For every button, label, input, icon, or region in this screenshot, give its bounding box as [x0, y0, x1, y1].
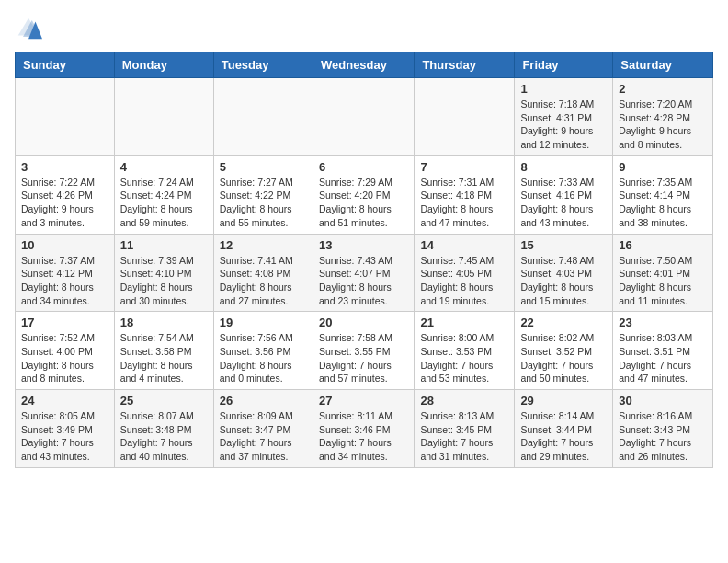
day-number: 23 — [619, 316, 707, 329]
calendar-cell: 10Sunrise: 7:37 AMSunset: 4:12 PMDayligh… — [16, 234, 115, 312]
day-info: Sunrise: 7:43 AMSunset: 4:07 PMDaylight:… — [319, 254, 408, 308]
calendar-cell: 2Sunrise: 7:20 AMSunset: 4:28 PMDaylight… — [613, 78, 713, 156]
calendar-cell: 5Sunrise: 7:27 AMSunset: 4:22 PMDaylight… — [213, 155, 313, 234]
day-number: 30 — [619, 394, 707, 408]
day-info: Sunrise: 7:18 AMSunset: 4:31 PMDaylight:… — [520, 98, 607, 152]
day-number: 28 — [420, 394, 508, 408]
calendar-week-row: 3Sunrise: 7:22 AMSunset: 4:26 PMDaylight… — [16, 155, 713, 234]
calendar-cell: 7Sunrise: 7:31 AMSunset: 4:18 PMDaylight… — [415, 155, 515, 234]
day-info: Sunrise: 7:58 AMSunset: 3:55 PMDaylight:… — [319, 331, 408, 385]
day-info: Sunrise: 8:14 AMSunset: 3:44 PMDaylight:… — [520, 409, 607, 464]
calendar-cell — [213, 78, 313, 156]
calendar-header-tuesday: Tuesday — [213, 52, 313, 78]
day-number: 24 — [21, 394, 108, 408]
calendar-cell: 14Sunrise: 7:45 AMSunset: 4:05 PMDayligh… — [415, 234, 515, 312]
day-info: Sunrise: 7:31 AMSunset: 4:18 PMDaylight:… — [420, 176, 508, 230]
day-info: Sunrise: 7:39 AMSunset: 4:10 PMDaylight:… — [120, 254, 208, 308]
logo-icon — [15, 15, 42, 42]
day-number: 8 — [520, 160, 607, 174]
calendar-cell: 16Sunrise: 7:50 AMSunset: 4:01 PMDayligh… — [613, 234, 713, 312]
day-info: Sunrise: 8:05 AMSunset: 3:49 PMDaylight:… — [21, 409, 108, 464]
day-number: 25 — [120, 394, 208, 408]
calendar-cell — [313, 78, 414, 156]
day-info: Sunrise: 7:50 AMSunset: 4:01 PMDaylight:… — [619, 254, 707, 308]
day-number: 7 — [420, 160, 508, 174]
calendar-week-row: 10Sunrise: 7:37 AMSunset: 4:12 PMDayligh… — [16, 234, 713, 312]
calendar-cell: 30Sunrise: 8:16 AMSunset: 3:43 PMDayligh… — [613, 390, 713, 468]
day-info: Sunrise: 8:03 AMSunset: 3:51 PMDaylight:… — [619, 331, 707, 385]
day-info: Sunrise: 7:54 AMSunset: 3:58 PMDaylight:… — [120, 331, 208, 385]
calendar-cell: 26Sunrise: 8:09 AMSunset: 3:47 PMDayligh… — [213, 390, 313, 468]
day-info: Sunrise: 8:00 AMSunset: 3:53 PMDaylight:… — [420, 331, 508, 385]
day-number: 12 — [220, 238, 307, 252]
calendar-cell: 4Sunrise: 7:24 AMSunset: 4:24 PMDaylight… — [114, 155, 213, 234]
day-number: 22 — [520, 316, 607, 329]
calendar-cell: 15Sunrise: 7:48 AMSunset: 4:03 PMDayligh… — [515, 234, 613, 312]
day-number: 2 — [619, 82, 707, 96]
day-number: 11 — [120, 238, 208, 252]
calendar-cell: 28Sunrise: 8:13 AMSunset: 3:45 PMDayligh… — [415, 390, 515, 468]
day-number: 16 — [619, 238, 707, 252]
calendar-cell: 13Sunrise: 7:43 AMSunset: 4:07 PMDayligh… — [313, 234, 414, 312]
day-info: Sunrise: 8:07 AMSunset: 3:48 PMDaylight:… — [120, 409, 208, 464]
day-number: 13 — [319, 238, 408, 252]
day-number: 14 — [420, 238, 508, 252]
calendar-header-monday: Monday — [114, 52, 213, 78]
day-number: 5 — [220, 160, 307, 174]
day-info: Sunrise: 7:27 AMSunset: 4:22 PMDaylight:… — [220, 176, 307, 230]
calendar-cell: 17Sunrise: 7:52 AMSunset: 4:00 PMDayligh… — [16, 312, 115, 390]
calendar-cell: 3Sunrise: 7:22 AMSunset: 4:26 PMDaylight… — [16, 155, 115, 234]
calendar-week-row: 17Sunrise: 7:52 AMSunset: 4:00 PMDayligh… — [16, 312, 713, 390]
day-number: 1 — [520, 82, 607, 96]
day-info: Sunrise: 7:52 AMSunset: 4:00 PMDaylight:… — [21, 331, 108, 385]
calendar-header-row: SundayMondayTuesdayWednesdayThursdayFrid… — [16, 52, 713, 78]
page-header — [15, 15, 713, 42]
calendar-cell — [415, 78, 515, 156]
calendar-cell: 8Sunrise: 7:33 AMSunset: 4:16 PMDaylight… — [515, 155, 613, 234]
day-info: Sunrise: 8:16 AMSunset: 3:43 PMDaylight:… — [619, 409, 707, 464]
logo — [15, 15, 46, 42]
day-info: Sunrise: 7:56 AMSunset: 3:56 PMDaylight:… — [220, 331, 307, 385]
day-number: 3 — [21, 160, 108, 174]
calendar-cell: 20Sunrise: 7:58 AMSunset: 3:55 PMDayligh… — [313, 312, 414, 390]
day-info: Sunrise: 7:29 AMSunset: 4:20 PMDaylight:… — [319, 176, 408, 230]
day-number: 26 — [220, 394, 307, 408]
calendar-cell: 24Sunrise: 8:05 AMSunset: 3:49 PMDayligh… — [16, 390, 115, 468]
day-info: Sunrise: 7:33 AMSunset: 4:16 PMDaylight:… — [520, 176, 607, 230]
day-info: Sunrise: 7:37 AMSunset: 4:12 PMDaylight:… — [21, 254, 108, 308]
calendar-cell: 23Sunrise: 8:03 AMSunset: 3:51 PMDayligh… — [613, 312, 713, 390]
day-number: 18 — [120, 316, 208, 329]
calendar-cell: 27Sunrise: 8:11 AMSunset: 3:46 PMDayligh… — [313, 390, 414, 468]
day-info: Sunrise: 7:41 AMSunset: 4:08 PMDaylight:… — [220, 254, 307, 308]
calendar-header-thursday: Thursday — [415, 52, 515, 78]
day-info: Sunrise: 8:02 AMSunset: 3:52 PMDaylight:… — [520, 331, 607, 385]
calendar-cell: 29Sunrise: 8:14 AMSunset: 3:44 PMDayligh… — [515, 390, 613, 468]
calendar-header-sunday: Sunday — [16, 52, 115, 78]
day-number: 21 — [420, 316, 508, 329]
day-info: Sunrise: 8:09 AMSunset: 3:47 PMDaylight:… — [220, 409, 307, 464]
calendar-header-friday: Friday — [515, 52, 613, 78]
day-info: Sunrise: 7:20 AMSunset: 4:28 PMDaylight:… — [619, 98, 707, 152]
day-info: Sunrise: 7:35 AMSunset: 4:14 PMDaylight:… — [619, 176, 707, 230]
calendar-cell: 21Sunrise: 8:00 AMSunset: 3:53 PMDayligh… — [415, 312, 515, 390]
calendar-cell: 11Sunrise: 7:39 AMSunset: 4:10 PMDayligh… — [114, 234, 213, 312]
calendar-cell: 9Sunrise: 7:35 AMSunset: 4:14 PMDaylight… — [613, 155, 713, 234]
calendar-cell: 19Sunrise: 7:56 AMSunset: 3:56 PMDayligh… — [213, 312, 313, 390]
calendar-week-row: 24Sunrise: 8:05 AMSunset: 3:49 PMDayligh… — [16, 390, 713, 468]
calendar-cell: 18Sunrise: 7:54 AMSunset: 3:58 PMDayligh… — [114, 312, 213, 390]
calendar-cell: 12Sunrise: 7:41 AMSunset: 4:08 PMDayligh… — [213, 234, 313, 312]
calendar-week-row: 1Sunrise: 7:18 AMSunset: 4:31 PMDaylight… — [16, 78, 713, 156]
day-info: Sunrise: 7:48 AMSunset: 4:03 PMDaylight:… — [520, 254, 607, 308]
day-info: Sunrise: 7:24 AMSunset: 4:24 PMDaylight:… — [120, 176, 208, 230]
day-number: 10 — [21, 238, 108, 252]
day-number: 6 — [319, 160, 408, 174]
calendar-cell — [114, 78, 213, 156]
calendar-cell: 1Sunrise: 7:18 AMSunset: 4:31 PMDaylight… — [515, 78, 613, 156]
calendar-cell: 22Sunrise: 8:02 AMSunset: 3:52 PMDayligh… — [515, 312, 613, 390]
day-number: 19 — [220, 316, 307, 329]
calendar-cell: 6Sunrise: 7:29 AMSunset: 4:20 PMDaylight… — [313, 155, 414, 234]
day-number: 17 — [21, 316, 108, 329]
day-number: 15 — [520, 238, 607, 252]
day-number: 4 — [120, 160, 208, 174]
day-info: Sunrise: 7:22 AMSunset: 4:26 PMDaylight:… — [21, 176, 108, 230]
